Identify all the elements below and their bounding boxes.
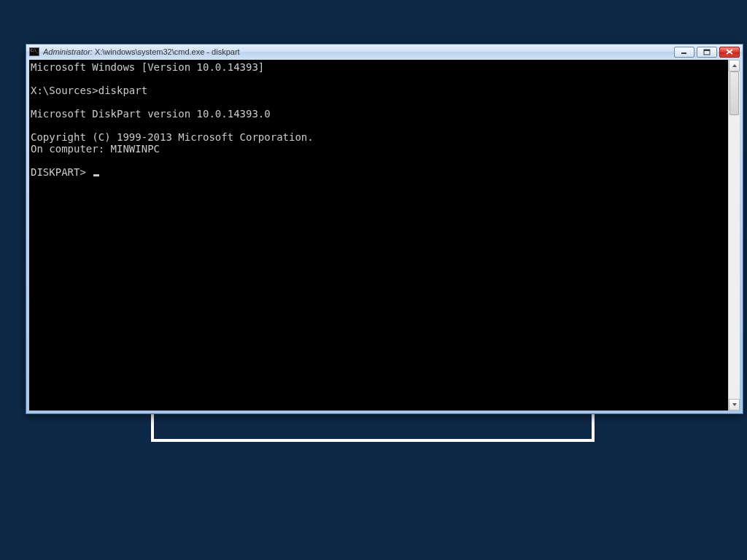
svg-rect-0 — [681, 52, 686, 54]
titlebar[interactable]: Administrator: X:\windows\system32\cmd.e… — [26, 44, 743, 59]
title-path: X:\windows\system32\cmd.exe - diskpart — [95, 47, 240, 56]
close-icon — [726, 49, 733, 55]
maximize-icon — [703, 49, 711, 55]
minimize-icon — [681, 49, 688, 55]
chevron-up-icon — [732, 63, 738, 68]
title-prefix: Administrator: — [43, 47, 95, 56]
cmd-window: Administrator: X:\windows\system32\cmd.e… — [26, 44, 743, 414]
scroll-up-button[interactable] — [729, 60, 740, 71]
close-button[interactable] — [719, 47, 740, 58]
window-controls — [674, 47, 740, 58]
window-title: Administrator: X:\windows\system32\cmd.e… — [43, 47, 674, 56]
client-area: Microsoft Windows [Version 10.0.14393] X… — [29, 60, 740, 411]
terminal-output[interactable]: Microsoft Windows [Version 10.0.14393] X… — [29, 60, 728, 411]
scroll-down-button[interactable] — [729, 399, 740, 411]
chevron-down-icon — [732, 402, 738, 407]
terminal-prompt: DISKPART> — [31, 166, 92, 178]
scroll-thumb[interactable] — [729, 71, 739, 115]
minimize-button[interactable] — [674, 47, 694, 58]
vertical-scrollbar[interactable] — [728, 60, 740, 411]
scroll-track[interactable] — [729, 71, 740, 399]
svg-rect-2 — [704, 50, 710, 51]
terminal-cursor — [93, 174, 99, 176]
maximize-button[interactable] — [697, 47, 717, 58]
cmd-icon — [29, 47, 39, 56]
